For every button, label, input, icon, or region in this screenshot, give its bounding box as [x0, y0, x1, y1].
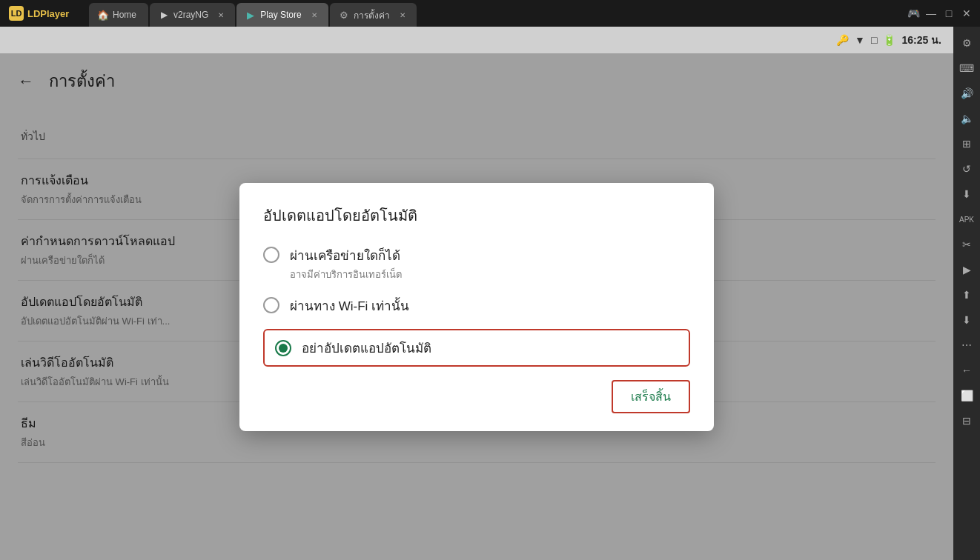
- option-no-update-label: อย่าอัปเดตแอปอัตโนมัติ: [302, 338, 431, 358]
- tab-settings-close[interactable]: ✕: [397, 10, 408, 20]
- keyboard-sidebar-btn[interactable]: ⌨: [956, 58, 977, 79]
- restore-button[interactable]: □: [943, 7, 955, 19]
- tab-settings-label: การตั้งค่า: [354, 8, 390, 22]
- gamepad-icon[interactable]: 🎮: [907, 7, 919, 19]
- app-name: LDPlayer: [27, 8, 69, 19]
- clock: 16:25 น.: [901, 32, 941, 48]
- more-btn[interactable]: ⋯: [956, 335, 977, 356]
- minimize-button[interactable]: —: [925, 7, 937, 19]
- option-no-update-text: อย่าอัปเดตแอปอัตโนมัติ: [302, 338, 431, 358]
- playstore-icon: ▶: [245, 10, 256, 20]
- logo-icon: LD: [9, 6, 24, 21]
- titlebar: LD LDPlayer 🏠 Home ▶ v2rayNG ✕ ▶ Play St…: [0, 0, 980, 27]
- key-icon: 🔑: [836, 34, 849, 46]
- settings-sidebar-btn[interactable]: ⚙: [956, 33, 977, 53]
- wifi-icon: ▼: [855, 34, 865, 46]
- battery-icon: 🔋: [883, 34, 895, 46]
- window-controls: 🎮 — □ ✕: [900, 7, 980, 19]
- apk-btn[interactable]: APK: [956, 209, 977, 230]
- tab-v2rayng[interactable]: ▶ v2rayNG ✕: [150, 3, 235, 27]
- option-wifi-only-label: ผ่านทาง Wi-Fi เท่านั้น: [290, 296, 409, 316]
- main-content: 🔑 ▼ □ 🔋 16:25 น. ← การตั้งค่า ทั่วไป การ…: [0, 27, 953, 560]
- volume-down-btn[interactable]: 🔈: [956, 108, 977, 129]
- v2rayng-icon: ▶: [159, 10, 169, 20]
- option-no-update[interactable]: อย่าอัปเดตแอปอัตโนมัติ: [263, 329, 690, 367]
- download2-btn[interactable]: ⬇: [956, 310, 977, 330]
- recents-btn[interactable]: ⊟: [956, 410, 977, 431]
- option-wifi-only[interactable]: ผ่านทาง Wi-Fi เท่านั้น: [263, 296, 690, 316]
- signal-icon: □: [871, 34, 877, 46]
- tab-playstore-close[interactable]: ✕: [309, 10, 320, 20]
- option-any-network-text: ผ่านเครือข่ายใดก็ได้ อาจมีค่าบริการอินเท…: [290, 245, 402, 282]
- tab-v2rayng-label: v2rayNG: [173, 10, 208, 20]
- tab-home-label: Home: [113, 10, 136, 20]
- radio-any-network: [263, 247, 279, 263]
- status-bar: 🔑 ▼ □ 🔋 16:25 น.: [824, 27, 953, 53]
- app-logo[interactable]: LD LDPlayer: [0, 6, 89, 21]
- dialog-actions: เสร็จสิ้น: [263, 380, 690, 413]
- option-wifi-only-text: ผ่านทาง Wi-Fi เท่านั้น: [290, 296, 409, 316]
- rotate-btn[interactable]: ↺: [956, 159, 977, 179]
- scissors-btn[interactable]: ✂: [956, 234, 977, 255]
- tab-playstore-label: Play Store: [260, 10, 301, 20]
- option-any-network[interactable]: ผ่านเครือข่ายใดก็ได้ อาจมีค่าบริการอินเท…: [263, 245, 690, 282]
- right-sidebar: ⚙ ⌨ 🔊 🔈 ⊞ ↺ ⬇ APK ✂ ▶ ⬆ ⬇ ⋯ ← ⬜ ⊟: [953, 27, 980, 560]
- back-sidebar-btn[interactable]: ←: [956, 360, 977, 381]
- auto-update-dialog: อัปเดตแอปโดยอัตโนมัติ ผ่านเครือข่ายใดก็ไ…: [239, 183, 714, 431]
- done-button[interactable]: เสร็จสิ้น: [612, 380, 690, 413]
- radio-wifi-only: [263, 297, 279, 313]
- tab-playstore[interactable]: ▶ Play Store ✕: [236, 3, 328, 27]
- video-btn[interactable]: ▶: [956, 259, 977, 280]
- dialog-title: อัปเดตแอปโดยอัตโนมัติ: [263, 204, 690, 227]
- close-button[interactable]: ✕: [961, 7, 973, 19]
- home-icon: 🏠: [98, 10, 108, 20]
- option-any-network-sublabel: อาจมีค่าบริการอินเทอร์เน็ต: [290, 267, 402, 282]
- upload-btn[interactable]: ⬆: [956, 284, 977, 305]
- tab-home[interactable]: 🏠 Home: [89, 3, 148, 27]
- radio-no-update: [275, 340, 291, 356]
- home-sidebar-btn[interactable]: ⬜: [956, 385, 977, 406]
- download-btn[interactable]: ⬇: [956, 184, 977, 204]
- option-any-network-label: ผ่านเครือข่ายใดก็ได้: [290, 245, 402, 265]
- tab-settings[interactable]: ⚙ การตั้งค่า ✕: [330, 3, 417, 27]
- volume-up-btn[interactable]: 🔊: [956, 83, 977, 104]
- overlay-backdrop: อัปเดตแอปโดยอัตโนมัติ ผ่านเครือข่ายใดก็ไ…: [0, 53, 953, 560]
- fullscreen-btn[interactable]: ⊞: [956, 133, 977, 154]
- tab-v2rayng-close[interactable]: ✕: [216, 10, 226, 20]
- tab-settings-icon: ⚙: [339, 10, 349, 20]
- tabs-container: 🏠 Home ▶ v2rayNG ✕ ▶ Play Store ✕ ⚙ การต…: [89, 0, 900, 27]
